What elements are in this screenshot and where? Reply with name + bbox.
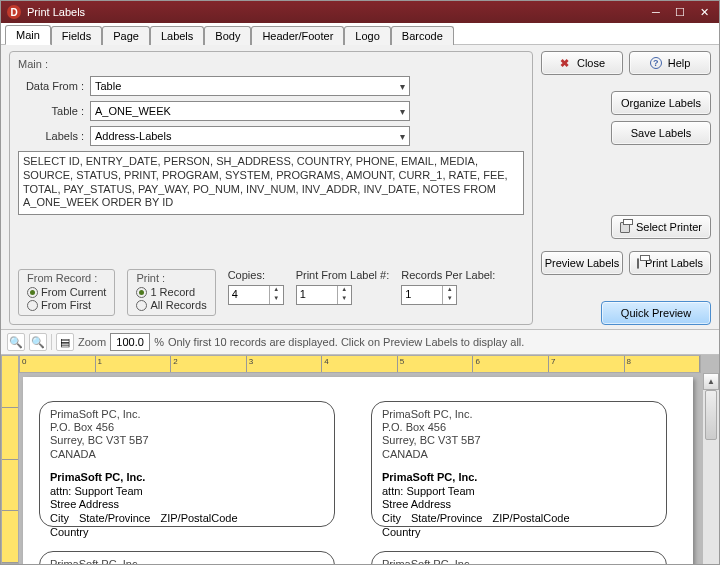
label-card: PrimaSoft PC, Inc. P.O. Box 456 Surrey, … bbox=[39, 401, 335, 527]
ruler-horizontal: 012345678 bbox=[19, 355, 701, 373]
tab-header-footer[interactable]: Header/Footer bbox=[251, 26, 344, 45]
close-window-button[interactable]: ✕ bbox=[693, 4, 715, 20]
print-from-label-label: Print From Label #: bbox=[296, 269, 390, 281]
recipient-address: PrimaSoft PC, Inc. attn: Support Team St… bbox=[50, 471, 324, 540]
from-record-title: From Record : bbox=[27, 272, 106, 284]
print-from-value: 1 bbox=[297, 286, 337, 304]
table-label: Table : bbox=[18, 105, 90, 117]
tab-strip: Main Fields Page Labels Body Header/Foot… bbox=[1, 23, 719, 45]
tab-barcode[interactable]: Barcode bbox=[391, 26, 454, 45]
ruler-vertical bbox=[1, 355, 19, 564]
radio-icon bbox=[136, 300, 147, 311]
page-icon[interactable]: ▤ bbox=[56, 333, 74, 351]
radio-icon bbox=[136, 287, 147, 298]
print-one-radio[interactable]: 1 Record bbox=[136, 286, 206, 298]
table-value: A_ONE_WEEK bbox=[95, 105, 171, 117]
records-per-label-label: Records Per Label: bbox=[401, 269, 495, 281]
zoom-percent: % bbox=[154, 336, 164, 348]
return-address: PrimaSoft PC, Inc. P.O. Box 456 Surrey, … bbox=[382, 408, 656, 461]
print-group: Print : 1 Record All Records bbox=[127, 269, 215, 316]
radio-icon bbox=[27, 300, 38, 311]
tab-body[interactable]: Body bbox=[204, 26, 251, 45]
from-record-group: From Record : From Current From First bbox=[18, 269, 115, 316]
save-labels-button[interactable]: Save Labels bbox=[611, 121, 711, 145]
data-from-label: Data From : bbox=[18, 80, 90, 92]
labels-label: Labels : bbox=[18, 130, 90, 142]
records-per-value: 1 bbox=[402, 286, 442, 304]
preview-area: 012345678 PrimaSoft PC, Inc. P.O. Box 45… bbox=[1, 355, 719, 564]
copies-value: 4 bbox=[229, 286, 269, 304]
printer-icon bbox=[637, 258, 639, 269]
close-button[interactable]: ✖Close bbox=[541, 51, 623, 75]
print-title: Print : bbox=[136, 272, 206, 284]
return-address: PrimaSoft PC, Inc. P.O. Box 456 Surrey, … bbox=[50, 558, 324, 564]
copies-spinner[interactable]: 4▲▼ bbox=[228, 285, 284, 305]
print-from-spinner[interactable]: 1▲▼ bbox=[296, 285, 352, 305]
help-icon: ? bbox=[650, 57, 662, 69]
labels-combo[interactable]: Address-Labels bbox=[90, 126, 410, 146]
tab-page[interactable]: Page bbox=[102, 26, 150, 45]
label-card: PrimaSoft PC, Inc. P.O. Box 456 Surrey, … bbox=[371, 401, 667, 527]
data-from-combo[interactable]: Table bbox=[90, 76, 410, 96]
recipient-address: PrimaSoft PC, Inc. attn: Support Team St… bbox=[382, 471, 656, 540]
main-panel: Main : Data From : Table Table : A_ONE_W… bbox=[9, 51, 533, 325]
print-labels-button[interactable]: Print Labels bbox=[629, 251, 711, 275]
select-printer-button[interactable]: Select Printer bbox=[611, 215, 711, 239]
zoom-out-icon[interactable]: 🔍 bbox=[29, 333, 47, 351]
zoom-in-icon[interactable]: 🔍 bbox=[7, 333, 25, 351]
scroll-up-icon[interactable]: ▲ bbox=[703, 373, 719, 390]
records-per-spinner[interactable]: 1▲▼ bbox=[401, 285, 457, 305]
sql-textarea[interactable]: SELECT ID, ENTRY_DATE, PERSON, SH_ADDRES… bbox=[18, 151, 524, 215]
organize-labels-button[interactable]: Organize Labels bbox=[611, 91, 711, 115]
label-card: PrimaSoft PC, Inc. P.O. Box 456 Surrey, … bbox=[371, 551, 667, 564]
tab-labels[interactable]: Labels bbox=[150, 26, 204, 45]
close-icon: ✖ bbox=[559, 57, 571, 69]
printer-icon bbox=[620, 222, 630, 233]
title-bar: D Print Labels ─ ☐ ✕ bbox=[1, 1, 719, 23]
quick-preview-button[interactable]: Quick Preview bbox=[601, 301, 711, 325]
return-address: PrimaSoft PC, Inc. P.O. Box 456 Surrey, … bbox=[382, 558, 656, 564]
zoom-label: Zoom bbox=[78, 336, 106, 348]
radio-icon bbox=[27, 287, 38, 298]
vertical-scrollbar[interactable]: ▲ bbox=[702, 373, 719, 564]
print-all-radio[interactable]: All Records bbox=[136, 299, 206, 311]
app-icon: D bbox=[7, 5, 21, 19]
toolbar-hint: Only first 10 records are displayed. Cli… bbox=[168, 336, 524, 348]
label-card: PrimaSoft PC, Inc. P.O. Box 456 Surrey, … bbox=[39, 551, 335, 564]
table-combo[interactable]: A_ONE_WEEK bbox=[90, 101, 410, 121]
preview-toolbar: 🔍 🔍 ▤ Zoom % Only first 10 records are d… bbox=[1, 329, 719, 355]
from-current-radio[interactable]: From Current bbox=[27, 286, 106, 298]
tab-fields[interactable]: Fields bbox=[51, 26, 102, 45]
copies-label: Copies: bbox=[228, 269, 284, 281]
from-first-radio[interactable]: From First bbox=[27, 299, 106, 311]
window-title: Print Labels bbox=[27, 6, 643, 18]
maximize-button[interactable]: ☐ bbox=[669, 4, 691, 20]
return-address: PrimaSoft PC, Inc. P.O. Box 456 Surrey, … bbox=[50, 408, 324, 461]
side-button-column: ✖Close ?Help Organize Labels Save Labels… bbox=[541, 51, 711, 325]
scroll-thumb[interactable] bbox=[705, 390, 717, 440]
preview-labels-button[interactable]: Preview Labels bbox=[541, 251, 623, 275]
data-from-value: Table bbox=[95, 80, 121, 92]
minimize-button[interactable]: ─ bbox=[645, 4, 667, 20]
preview-page: PrimaSoft PC, Inc. P.O. Box 456 Surrey, … bbox=[23, 377, 693, 564]
labels-value: Address-Labels bbox=[95, 130, 171, 142]
main-legend: Main : bbox=[18, 58, 524, 70]
tab-main[interactable]: Main bbox=[5, 25, 51, 45]
zoom-input[interactable] bbox=[110, 333, 150, 351]
tab-logo[interactable]: Logo bbox=[344, 26, 390, 45]
help-button[interactable]: ?Help bbox=[629, 51, 711, 75]
